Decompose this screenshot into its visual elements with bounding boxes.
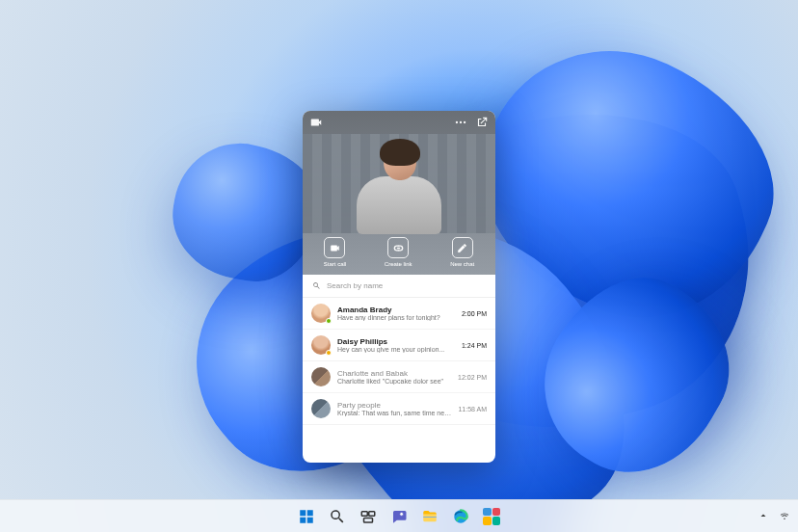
- conversation-name: Charlotte and Babak: [337, 369, 451, 378]
- avatar: [311, 367, 331, 386]
- chat-flyout: Start call Create link New chat: [303, 111, 495, 463]
- search-row: [303, 275, 495, 298]
- presence-available-icon: [326, 318, 332, 324]
- avatar: [311, 335, 331, 355]
- self-video-person: [351, 142, 447, 233]
- action-label: Create link: [385, 261, 412, 267]
- svg-point-1: [460, 121, 462, 123]
- conversation-preview: Charlotte liked "Cupcake dolor see": [337, 378, 451, 385]
- conversation-item[interactable]: Party people Krystal: That was fun, same…: [303, 393, 495, 425]
- chat-button[interactable]: [386, 504, 412, 529]
- action-row: Start call Create link New chat: [303, 233, 495, 275]
- conversation-item[interactable]: Daisy Phillips Hey can you give me your …: [303, 330, 495, 361]
- conversation-list: Amanda Brady Have any dinner plans for t…: [303, 298, 495, 463]
- wifi-icon[interactable]: [779, 508, 790, 525]
- popout-icon[interactable]: [475, 116, 489, 129]
- conversation-time: 12:02 PM: [458, 374, 487, 381]
- svg-point-2: [464, 121, 466, 123]
- tray-overflow-button[interactable]: [758, 508, 769, 525]
- new-chat-button[interactable]: New chat: [450, 237, 474, 267]
- widgets-button[interactable]: [479, 504, 504, 529]
- svg-rect-9: [364, 518, 373, 522]
- more-icon[interactable]: [454, 116, 467, 129]
- self-preview-area: Start call Create link New chat: [303, 111, 495, 275]
- svg-point-0: [456, 121, 458, 123]
- svg-rect-5: [300, 517, 306, 522]
- edge-button[interactable]: [448, 504, 473, 529]
- conversation-item[interactable]: Amanda Brady Have any dinner plans for t…: [303, 298, 495, 330]
- svg-rect-11: [423, 517, 437, 518]
- search-icon: [312, 281, 321, 290]
- svg-rect-6: [307, 517, 313, 522]
- conversation-name: Party people: [337, 401, 451, 410]
- search-input[interactable]: [327, 281, 486, 290]
- taskbar: [0, 499, 798, 532]
- conversation-item[interactable]: Charlotte and Babak Charlotte liked "Cup…: [303, 361, 495, 393]
- conversation-time: 11:58 AM: [458, 406, 487, 412]
- taskbar-center: [294, 504, 504, 529]
- conversation-name: Amanda Brady: [337, 306, 455, 314]
- svg-rect-7: [361, 511, 367, 516]
- search-button[interactable]: [325, 504, 350, 529]
- conversation-time: 1:24 PM: [462, 342, 487, 349]
- presence-away-icon: [326, 350, 332, 356]
- system-tray: [758, 500, 790, 532]
- task-view-button[interactable]: [356, 504, 381, 529]
- start-call-button[interactable]: Start call: [324, 237, 346, 267]
- conversation-preview: Have any dinner plans for tonight?: [337, 314, 455, 321]
- create-link-button[interactable]: Create link: [385, 237, 412, 267]
- svg-rect-4: [307, 510, 313, 516]
- camera-icon[interactable]: [309, 116, 323, 129]
- conversation-time: 2:00 PM: [462, 310, 487, 317]
- action-label: New chat: [450, 261, 474, 267]
- svg-point-10: [400, 512, 404, 516]
- desktop[interactable]: Start call Create link New chat: [0, 0, 798, 532]
- svg-rect-8: [369, 511, 375, 516]
- action-label: Start call: [324, 261, 346, 267]
- file-explorer-button[interactable]: [417, 504, 442, 529]
- start-button[interactable]: [294, 504, 319, 529]
- avatar: [311, 399, 331, 418]
- avatar: [311, 304, 331, 323]
- self-video-preview: [303, 134, 495, 233]
- conversation-preview: Hey can you give me your opinion...: [337, 346, 455, 353]
- conversation-name: Daisy Phillips: [337, 337, 455, 346]
- video-topbar: [303, 111, 495, 134]
- conversation-preview: Krystal: That was fun, same time nex...: [337, 410, 451, 416]
- svg-rect-3: [300, 510, 306, 516]
